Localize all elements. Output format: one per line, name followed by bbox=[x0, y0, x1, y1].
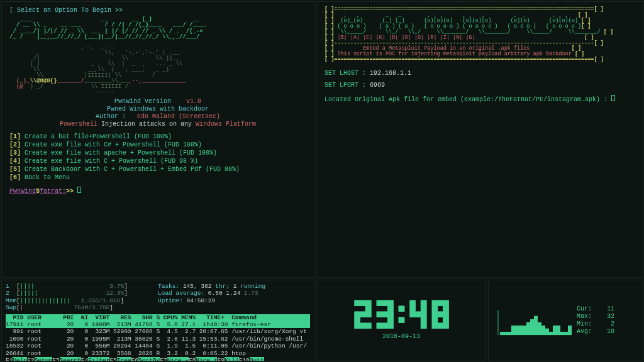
lhost-label: SET LHOST : bbox=[325, 70, 366, 77]
select-prompt: [ Select an Option To Begin >> bbox=[9, 7, 306, 14]
clock-time: ██████ ██████ ██ ██ ██████ ██ ██ ██ ██ █… bbox=[354, 301, 448, 329]
lport-value: 6969 bbox=[370, 82, 385, 89]
mem-bar: Mem[|||||||||||||| 1.25G/1.85G] bbox=[6, 297, 150, 304]
menu-item[interactable]: [3] Create exe file with apache + Powers… bbox=[9, 150, 306, 157]
fnkey[interactable]: F4Filter bbox=[81, 357, 110, 361]
menu-item[interactable]: [5] Create Backdoor with C + Powershell … bbox=[9, 166, 306, 173]
stats-pane: | | ▄█ | ▄▄▄▄████▄ ▄▄ ▄ |▄▄▄██████████▄█… bbox=[488, 280, 643, 361]
version-value: v1.0 bbox=[186, 98, 201, 105]
fnkey[interactable]: F5Tree bbox=[109, 357, 131, 361]
apk-input-cursor[interactable] bbox=[611, 95, 615, 101]
htop-header[interactable]: PID USER PRI NI VIRT RES SHR S CPU% MEM%… bbox=[6, 314, 310, 321]
clock-pane: ██████ ██████ ██ ██ ██████ ██ ██ ██ ██ █… bbox=[316, 280, 486, 361]
fnkey[interactable]: F1Help bbox=[6, 357, 27, 361]
version-label: PwnWind Version bbox=[114, 98, 171, 105]
prompt-arrow: >> bbox=[66, 188, 74, 195]
load-line: Load average: 0.50 1.24 1.73 bbox=[158, 290, 265, 297]
menu-item[interactable]: [1] Create a bat file+Powershell (FUD 10… bbox=[9, 133, 306, 141]
fnkey[interactable]: F10Quit bbox=[239, 357, 264, 361]
process-row[interactable]: 17911 root 20 0 1908M 513M 41768 S 5.8 2… bbox=[6, 321, 310, 328]
tasks-line: Tasks: 145, 362 thr; 1 running bbox=[158, 283, 265, 290]
stats-chart: | | ▄█ | ▄▄▄▄████▄ ▄▄ ▄ |▄▄▄██████████▄█… bbox=[496, 310, 572, 336]
desc-mid: Injection attacks on any bbox=[97, 121, 196, 128]
cpu1-bar: 1 [|||| 9.7%] bbox=[6, 283, 150, 290]
menu-item[interactable]: [6] Back to Menu bbox=[9, 174, 306, 182]
desc-post: Windows Platform bbox=[196, 121, 256, 128]
apk-prompt: Located Original Apk file for embed (exa… bbox=[325, 96, 608, 103]
desc-pre: Powershell bbox=[60, 121, 97, 128]
pwnwind-pane: [ Select an Option To Begin >> ____ __ _… bbox=[1, 1, 314, 278]
backdoor-pane: [ ]=====================================… bbox=[316, 1, 643, 278]
clock-date: 2016-09-13 bbox=[382, 333, 420, 341]
process-row[interactable]: 18532 root 20 0 556M 28264 14484 S 1.9 1… bbox=[6, 343, 310, 349]
fnkey[interactable]: F9Kill bbox=[217, 357, 238, 361]
uptime-line: Uptime: 04:50:29 bbox=[158, 297, 265, 304]
author-label: Author : bbox=[96, 113, 126, 120]
fnkey[interactable]: F6SortBy bbox=[131, 357, 160, 361]
fnkey[interactable]: F7Nice - bbox=[160, 357, 189, 361]
process-row[interactable]: 26041 root 20 0 23372 3568 2828 R 3.2 0.… bbox=[6, 350, 310, 357]
menu-item[interactable]: [4] Create exe file with C + Powershell … bbox=[9, 158, 306, 165]
fnkey[interactable]: F3Search bbox=[52, 357, 81, 361]
box-border-bot: [ ]=====================================… bbox=[325, 57, 635, 63]
stats-values: Cur: 11 Max: 32 Min: 2 Avg: 10 bbox=[577, 305, 614, 336]
process-row[interactable]: 991 root 20 0 323M 52980 27608 S 4.5 2.7… bbox=[6, 328, 310, 335]
cpu2-bar: 2 [||||| 12.3%] bbox=[6, 290, 150, 297]
backdoor-art: [ ] , , _ _ , , , , , , , , , , , [ ] [ … bbox=[325, 13, 635, 41]
lport-label: SET LPORT : bbox=[325, 82, 366, 89]
fnkey[interactable]: F2Setup bbox=[27, 357, 52, 361]
prompt-user: PwnWind bbox=[9, 188, 36, 195]
lhost-value: 192.168.1.1 bbox=[370, 70, 411, 77]
htop-pane: 1 [|||| 9.7%] 2 [||||| 12.3%] Mem[||||||… bbox=[1, 280, 314, 361]
input-cursor[interactable] bbox=[77, 187, 81, 193]
menu-item[interactable]: [2] Create exe file with C# + Powershell… bbox=[9, 141, 306, 149]
process-row[interactable]: 1090 root 20 0 1995M 213M 36620 S 2.6 11… bbox=[6, 336, 310, 343]
pwnwind-logo: ____ __ __ (_) __ / __ \\ _ __ ___ / / /… bbox=[9, 17, 306, 41]
prompt-cmd: fatrat: bbox=[40, 188, 66, 195]
skull-art: ,--, ,.-. , \\, '-,-`,'-.' | .__ /| , \\… bbox=[9, 45, 306, 96]
subtitle: Pwned Windows with backdoor bbox=[9, 106, 306, 113]
swp-bar: Swp[| 764M/3.78G] bbox=[6, 304, 150, 311]
fnkey[interactable]: F8Nice + bbox=[189, 357, 218, 361]
author-value: Edo Maland (Screetsec) bbox=[137, 113, 220, 120]
